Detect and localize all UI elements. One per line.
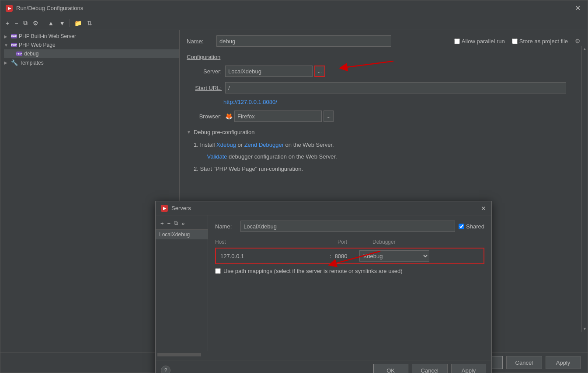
browser-row: Browser: 🦊 Firefox ... — [187, 111, 581, 122]
allow-parallel-text: Allow parallel run — [462, 38, 505, 45]
server-dropdown[interactable]: LocalXdebug — [225, 66, 313, 77]
servers-add-button[interactable]: + — [159, 219, 165, 228]
folder-button[interactable]: 📁 — [73, 19, 84, 28]
move-up-button[interactable]: ▲ — [46, 19, 56, 28]
add-config-button[interactable]: + — [4, 19, 11, 28]
servers-ok-button[interactable]: OK — [373, 364, 408, 373]
servers-copy-button[interactable]: ⧉ — [173, 219, 179, 228]
servers-scrollbar[interactable] — [157, 353, 201, 356]
debug-step-2: 2. Start "PHP Web Page" run-configuratio… — [194, 164, 581, 174]
tree-item-php-builtin[interactable]: ▶ PHP PHP Built-in Web Server — [0, 32, 179, 41]
scroll-up-button[interactable]: ▲ — [582, 46, 588, 52]
tree-arrow-templates: ▶ — [4, 60, 9, 65]
servers-title-left: ▶ Servers — [161, 205, 191, 212]
tree-group-debug: PHP debug — [0, 49, 179, 58]
servers-dialog: ▶ Servers ✕ + − ⧉ » LocalXdebug Name: S — [155, 201, 492, 373]
servers-left-panel: + − ⧉ » LocalXdebug — [156, 215, 208, 351]
debug-pre-config-title: Debug pre-configuration — [194, 129, 254, 135]
cancel-button[interactable]: Cancel — [506, 356, 542, 369]
zend-link[interactable]: Zend Debugger — [244, 142, 284, 148]
server-dropdown-wrap: LocalXdebug ... — [225, 66, 325, 77]
name-label: Name: — [187, 38, 213, 45]
step1-text: 1. Install — [194, 142, 216, 148]
or-text: or — [236, 142, 244, 148]
toolbar: + − ⧉ ⚙ ▲ ▼ 📁 ⇅ — [0, 16, 588, 30]
firefox-icon: 🦊 — [225, 113, 233, 120]
tree-item-templates[interactable]: ▶ 🔧 Templates — [0, 58, 179, 67]
store-as-project-label[interactable]: Store as project file — [512, 38, 568, 45]
debugger-dropdown[interactable]: Xdebug — [359, 250, 429, 262]
sort-button[interactable]: ⇅ — [85, 19, 94, 28]
start-url-row: Start URL: — [187, 82, 581, 93]
servers-cancel-button[interactable]: Cancel — [412, 364, 448, 373]
servers-dialog-title: Servers — [171, 205, 191, 211]
servers-right-panel: Name: Shared Host Port Debugger : Xdebu — [208, 215, 491, 351]
servers-close-button[interactable]: ✕ — [481, 205, 486, 212]
name-row: Name: — [187, 35, 454, 47]
start-url-label: Start URL: — [187, 85, 222, 91]
servers-apply-button[interactable]: Apply — [451, 364, 486, 373]
port-header: Port — [337, 239, 372, 245]
configuration-title: Configuration — [187, 54, 581, 60]
right-scrollbar[interactable]: ▲ ▼ — [581, 46, 588, 332]
validate-link[interactable]: Validate — [207, 153, 227, 160]
debug-step-validate: Validate debugger configuration on the W… — [194, 152, 581, 162]
start-url-input[interactable] — [225, 82, 566, 93]
copy-config-button[interactable]: ⧉ — [21, 18, 29, 28]
url-link[interactable]: http://127.0.0.1:8080/ — [223, 99, 581, 105]
debug-step-1: 1. Install Xdebug or Zend Debugger on th… — [194, 140, 581, 150]
name-input[interactable] — [216, 35, 391, 47]
store-as-project-text: Store as project file — [519, 38, 568, 45]
browser-browse-button[interactable]: ... — [324, 111, 334, 122]
servers-scroll-area — [156, 351, 491, 360]
toolbar-separator-2 — [70, 19, 70, 27]
servers-remove-button[interactable]: − — [166, 219, 172, 228]
debugger-header: Debugger — [372, 239, 442, 245]
browser-label: Browser: — [187, 113, 222, 120]
servers-bottom: ? OK Cancel Apply — [156, 360, 491, 373]
main-close-button[interactable]: ✕ — [573, 5, 582, 12]
templates-label: Templates — [20, 60, 44, 66]
debug-collapse-arrow: ▼ — [187, 130, 191, 135]
allow-parallel-label[interactable]: Allow parallel run — [454, 38, 505, 45]
servers-list-item[interactable]: LocalXdebug — [156, 230, 208, 239]
left-panel: ▶ PHP PHP Built-in Web Server ▼ PHP PHP … — [0, 30, 180, 352]
scroll-down-button[interactable]: ▼ — [582, 326, 588, 332]
php-icon-webpage: PHP — [11, 43, 17, 47]
gear-icon[interactable]: ⚙ — [575, 38, 581, 45]
php-icon-debug: PHP — [16, 52, 22, 56]
settings-button[interactable]: ⚙ — [31, 19, 40, 28]
tree-item-debug[interactable]: PHP debug — [4, 49, 179, 58]
dialog-title: Run/Debug Configurations — [16, 5, 83, 11]
servers-more-button[interactable]: » — [180, 219, 186, 228]
shared-checkbox[interactable] — [459, 224, 464, 229]
colon-separator: : — [330, 253, 331, 259]
hpd-headers: Host Port Debugger — [215, 239, 484, 245]
browser-dropdown-wrap: 🦊 Firefox ... — [225, 111, 334, 122]
debug-header[interactable]: ▼ Debug pre-configuration — [187, 129, 581, 135]
after-or-text: on the Web Server. — [284, 142, 334, 148]
port-input[interactable] — [333, 252, 359, 260]
apply-button[interactable]: Apply — [546, 356, 581, 369]
host-input[interactable] — [219, 252, 328, 260]
validate-indent — [201, 153, 207, 160]
php-builtin-label: PHP Built-in Web Server — [19, 33, 76, 39]
header-options: Allow parallel run Store as project file… — [454, 38, 581, 45]
shared-label: Shared — [466, 223, 484, 230]
allow-parallel-checkbox[interactable] — [454, 38, 460, 44]
help-button[interactable]: ? — [161, 366, 170, 373]
debug-steps: 1. Install Xdebug or Zend Debugger on th… — [187, 140, 581, 174]
path-mapping-row: Use path mappings (select if the server … — [215, 268, 484, 274]
store-as-project-checkbox[interactable] — [512, 38, 518, 44]
remove-config-button[interactable]: − — [13, 19, 20, 28]
move-down-button[interactable]: ▼ — [57, 19, 67, 28]
browser-dropdown[interactable]: Firefox — [234, 111, 322, 122]
path-mapping-checkbox[interactable] — [215, 268, 221, 274]
tree-item-php-webpage[interactable]: ▼ PHP PHP Web Page — [0, 41, 179, 49]
tree-arrow-builtin: ▶ — [4, 34, 9, 39]
server-name-input[interactable] — [240, 221, 455, 232]
xdebug-link[interactable]: Xdebug — [216, 142, 236, 148]
servers-toolbar: + − ⧉ » — [156, 217, 208, 230]
debug-section: ▼ Debug pre-configuration 1. Install Xde… — [187, 129, 581, 174]
server-browse-button[interactable]: ... — [314, 66, 325, 77]
